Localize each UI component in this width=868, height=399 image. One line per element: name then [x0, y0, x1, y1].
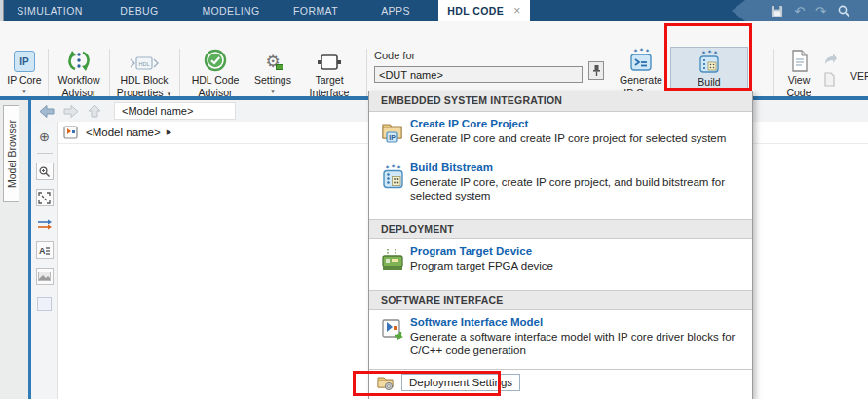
tab-apps[interactable]: APPS [353, 0, 438, 21]
menu-footer-separator [369, 369, 752, 370]
svg-text:✶: ✶ [391, 163, 396, 169]
forward-button[interactable] [62, 104, 80, 119]
code-for-label: Code for [374, 50, 583, 61]
deployment-settings-label: Deployment Settings [401, 374, 520, 391]
hide-markers-icon[interactable]: ⊕ [36, 127, 54, 145]
back-button[interactable] [38, 104, 56, 119]
chevron-down-icon: ▼ [21, 89, 27, 94]
fit-to-view-icon[interactable] [36, 189, 54, 206]
menu-item-desc: Generate IP core, create IP core project… [410, 175, 741, 202]
tab-close-icon[interactable]: × [513, 5, 520, 17]
view-code-button[interactable]: View Code [777, 47, 820, 98]
model-browser-label: Model Browser [6, 120, 18, 188]
view-code-label: View Code [786, 74, 811, 98]
menu-item-deployment-settings[interactable]: Deployment Settings [377, 374, 520, 391]
ip-core-icon: IP [14, 51, 35, 72]
dut-name-input[interactable] [374, 66, 583, 83]
program-target-device-icon [381, 247, 404, 272]
ip-core-label: IP Core [7, 74, 41, 87]
breadcrumb-model-name[interactable]: <Model name> [86, 127, 161, 138]
svg-text:IP: IP [389, 134, 396, 141]
model-badge-icon [63, 126, 78, 139]
menu-item-title: Program Target Device [410, 245, 532, 257]
toolstrip-tab-bar: SIMULATION DEBUG MODELING FORMAT APPS HD… [0, 0, 868, 21]
build-bitstream-icon: ✶ ✶ ✶ [697, 50, 722, 74]
save-icon[interactable] [771, 5, 783, 18]
area-box-icon[interactable] [37, 297, 52, 311]
workflow-advisor-button[interactable]: Workflow Advisor [51, 47, 107, 98]
ip-core-project-icon: IP [381, 120, 404, 143]
svg-text:✶: ✶ [396, 164, 401, 170]
image-icon[interactable] [36, 268, 54, 285]
code-for-group: Code for [374, 50, 583, 83]
menu-item-build-bitstream[interactable]: ✶ ✶ ✶ Build Bitstream Generate IP core, … [369, 162, 752, 214]
redo-icon[interactable]: ↷ [815, 5, 826, 18]
menu-item-title: Create IP Core Project [410, 118, 528, 129]
software-interface-model-icon [381, 318, 404, 342]
chevron-down-icon: ▼ [270, 89, 276, 94]
build-bitstream-dropdown-menu: EMBEDDED SYSTEM INTEGRATION IP Create IP… [368, 91, 753, 399]
check-circle-icon [204, 49, 227, 72]
target-interface-label: Target Interface [310, 74, 350, 98]
verify-group-partial-label: VER [850, 70, 868, 82]
view-code-icon [790, 50, 809, 72]
up-button[interactable] [87, 103, 102, 119]
target-interface-button[interactable]: Target Interface [300, 47, 359, 98]
tab-simulation[interactable]: SIMULATION [4, 0, 95, 21]
svg-text:A: A [39, 246, 46, 256]
canvas-palette: ⊕ [31, 122, 58, 399]
annotation-icon[interactable]: A [36, 241, 54, 259]
workflow-advisor-label: Workflow Advisor [58, 74, 100, 98]
settings-button[interactable]: ⚙ Settings ▼ [249, 47, 296, 94]
document-icon[interactable] [823, 72, 836, 87]
svg-text:✶: ✶ [385, 164, 390, 170]
menu-item-software-interface-model[interactable]: Software Interface Model Generate a soft… [369, 316, 752, 369]
generate-ip-core-icon: ✶ ✶ ✶ [628, 48, 654, 72]
menu-item-desc: Generate a software interface model with… [410, 330, 741, 357]
undo-icon[interactable]: ↶ [794, 5, 805, 18]
menu-item-desc: Generate IP core and create IP core proj… [410, 131, 741, 145]
menu-item-create-ip-core-project[interactable]: IP Create IP Core Project Generate IP co… [369, 118, 752, 157]
svg-text:✶: ✶ [713, 50, 718, 55]
pin-icon [592, 64, 601, 77]
svg-text:✶: ✶ [639, 48, 644, 53]
hdl-block-properties-button[interactable]: HDL HDL Block Properties ▼ [111, 47, 177, 100]
pin-button[interactable] [588, 61, 604, 80]
gear-icon: ⚙ [265, 53, 280, 72]
zoom-region-icon[interactable] [36, 163, 54, 180]
menu-section-header: DEPLOYMENT [369, 219, 752, 239]
breadcrumb-caret-icon[interactable]: ▶ [167, 128, 171, 136]
workflow-advisor-icon [68, 50, 90, 72]
menu-section-header: SOFTWARE INTERFACE [369, 290, 752, 310]
hdl-coder-window: SIMULATION DEBUG MODELING FORMAT APPS HD… [0, 0, 868, 399]
svg-text:✶: ✶ [633, 48, 638, 54]
target-interface-icon [317, 53, 342, 72]
hdl-code-advisor-label: HDL Code Advisor [192, 74, 240, 98]
menu-item-program-target-device[interactable]: Program Target Device Program target FPG… [369, 245, 752, 284]
hdl-code-advisor-button[interactable]: HDL Code Advisor [185, 47, 245, 98]
palette-separator [37, 153, 53, 154]
quick-access-toolbar: ↶ ↷ [732, 0, 868, 21]
model-browser-tab[interactable]: Model Browser [3, 105, 19, 202]
hdl-block-icon: HDL [128, 54, 161, 72]
hdl-code-toolstrip: IP IP Core ▼ OUTPUT Workflow Advisor ASS… [0, 21, 868, 96]
svg-text:✶: ✶ [707, 50, 712, 54]
search-icon[interactable] [837, 4, 850, 18]
ip-core-button[interactable]: IP IP Core ▼ [4, 47, 45, 94]
svg-text:✶: ✶ [701, 50, 706, 55]
chip-icon [276, 64, 283, 70]
menu-item-desc: Program target FPGA device [410, 259, 741, 272]
menu-item-title: Software Interface Model [410, 316, 543, 328]
report-icons [823, 53, 838, 87]
open-report-icon[interactable] [823, 53, 838, 66]
update-diagram-icon[interactable] [36, 215, 54, 233]
menu-section-header: EMBEDDED SYSTEM INTEGRATION [369, 91, 752, 112]
address-field[interactable]: <Model name> [114, 102, 236, 120]
tab-format[interactable]: FORMAT [279, 0, 353, 21]
menu-item-title: Build Bitstream [410, 162, 493, 173]
tab-modeling[interactable]: MODELING [183, 0, 279, 21]
tab-hdl-code[interactable]: HDL CODE × [438, 0, 530, 21]
tab-debug[interactable]: DEBUG [95, 0, 183, 21]
svg-text:✶: ✶ [645, 48, 650, 54]
tab-hdl-code-label: HDL CODE [447, 0, 504, 21]
